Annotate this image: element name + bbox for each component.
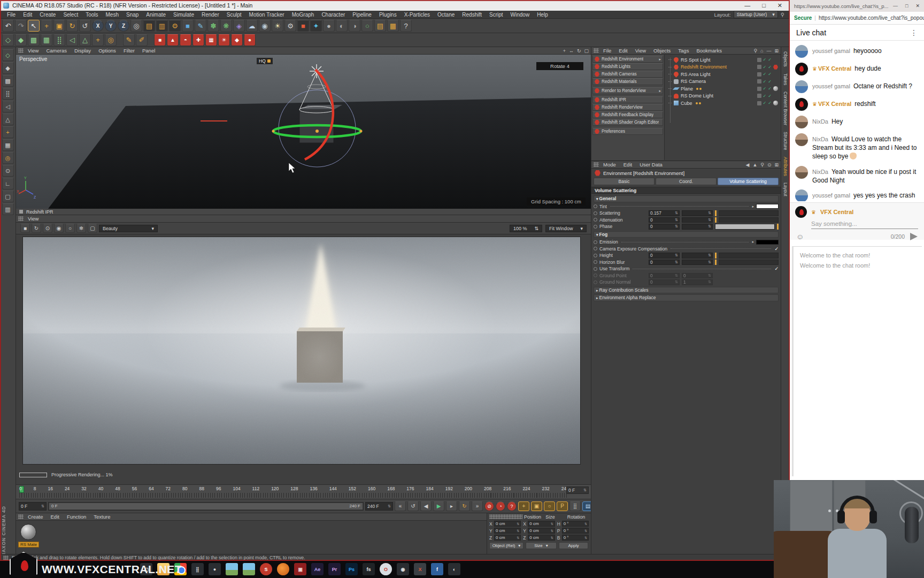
keyframe-dot[interactable] (594, 240, 597, 244)
attribute-row[interactable]: Scattering ▸ 0.157⇅ ⇅ ✓ (594, 210, 779, 217)
redshift-palette-item[interactable]: Redshift RenderView (592, 104, 663, 111)
value-field[interactable]: 0⇅ (649, 224, 680, 230)
value-field[interactable]: 0⇅ (649, 260, 680, 265)
menu-item[interactable]: Pipeline (349, 12, 375, 18)
keyframe-dot[interactable] (594, 211, 597, 215)
material-menu-item[interactable]: Create (25, 514, 47, 520)
render-settings-icon[interactable]: ⚙ (169, 20, 181, 32)
menu-item[interactable]: File (3, 12, 19, 18)
menu-item[interactable]: Sculpt (223, 12, 245, 18)
menu-item[interactable]: Create (36, 12, 59, 18)
object-edit-chip[interactable] (757, 58, 761, 62)
viewport-menu-item[interactable]: Filter (120, 48, 138, 54)
rs-sun-light-icon[interactable]: ☀ (218, 34, 230, 46)
sphere-app-icon[interactable]: ◐ (448, 563, 460, 575)
object-edit-chip[interactable] (757, 65, 761, 69)
message-author[interactable]: youssef gamal (812, 83, 850, 89)
stack-icon[interactable]: ▤ (374, 20, 386, 32)
object-render-check[interactable]: ✓ (768, 72, 772, 77)
goto-start-button[interactable]: « (395, 501, 406, 511)
RS Spot Light[interactable]: RS Spot Light ✓ ✓ (668, 56, 780, 64)
layout-dropdown[interactable]: Startup (User)▾ (734, 11, 778, 18)
toolbar-gap-2[interactable] (149, 34, 153, 46)
environment-object-icon[interactable]: ☁ (246, 20, 258, 32)
menu-item[interactable]: Edit (19, 12, 36, 18)
apply-button[interactable]: Apply (559, 542, 588, 549)
attribute-row[interactable]: Ground Normal ▸ 0⇅ 1⇅ ✓ (594, 279, 779, 286)
dock-tab[interactable]: Attributes (783, 154, 788, 179)
material-menu-item[interactable]: Texture (90, 514, 113, 520)
chat-address-bar[interactable]: Secure | https://www.youtube.com/live_ch… (790, 12, 924, 25)
enable-axis-icon[interactable]: + (92, 34, 104, 46)
redshift-palette-item[interactable]: Redshift Shader Graph Editor (592, 119, 663, 126)
message-author[interactable]: youssef gamal (812, 192, 850, 199)
slider-handle[interactable] (715, 253, 717, 258)
x-axis-lock-button[interactable]: X (92, 20, 104, 32)
viewport-toggle-icon[interactable]: ▢ (584, 48, 589, 54)
crop-icon[interactable]: ▢ (88, 224, 97, 233)
workplane-tool[interactable]: ▦ (2, 139, 14, 151)
value-field-2[interactable]: 1⇅ (682, 279, 713, 285)
chat-more-icon[interactable]: ⋮ (910, 28, 918, 37)
photoshop-icon[interactable]: Ps (345, 563, 358, 575)
viewport-menu-item[interactable]: Cameras (43, 48, 70, 54)
object-render-check[interactable]: ✓ (768, 57, 772, 62)
om-search-icon[interactable]: ⚲ (753, 48, 757, 54)
rs-spot-light-icon[interactable]: ▲ (167, 34, 179, 46)
snap-tool[interactable]: ◎ (2, 152, 14, 164)
sphere-icon-1[interactable]: ● (323, 20, 335, 32)
record-keyframe-button[interactable]: ⊘ (484, 501, 494, 511)
c4d-close-button[interactable]: ✕ (777, 2, 782, 9)
om-home-icon[interactable]: ⌂ (760, 48, 763, 54)
snapshot-icon[interactable]: ◉ (54, 224, 64, 233)
x-app-icon[interactable]: X (414, 563, 426, 575)
object-visibility-check[interactable]: ✓ (763, 101, 767, 105)
make-editable-tool[interactable]: ◇ (2, 49, 14, 61)
rs-ies-light-icon[interactable]: ✚ (192, 34, 204, 46)
attribute-tab[interactable]: Coord. (656, 178, 717, 185)
points-mode-icon[interactable]: ⣿ (53, 34, 65, 46)
o-app-icon[interactable]: O (380, 563, 392, 575)
object-visibility-check[interactable]: ✓ (763, 86, 767, 91)
color-swatch[interactable] (756, 204, 779, 209)
timeline-scrollbar[interactable]: 0 F 240 F (48, 502, 364, 511)
attribute-row[interactable]: Tint ▸ ⇅ ⇅ ✓ (594, 203, 779, 210)
c4d-maximize-button[interactable]: □ (762, 2, 766, 9)
Cube[interactable]: Cube ✓ ✓ (668, 100, 780, 107)
timeline-current-frame-field[interactable]: 0 F⇅ (566, 486, 589, 494)
rotation-field[interactable]: 0 °⇅ (562, 535, 589, 541)
position-field[interactable]: 0 cm⇅ (494, 535, 521, 541)
play-backwards-button[interactable]: ↺ (407, 501, 419, 511)
avatar[interactable] (795, 98, 808, 111)
menu-item[interactable]: Simulate (170, 12, 198, 18)
menu-item[interactable]: Animate (142, 12, 170, 18)
chat-minimize-button[interactable]: — (893, 3, 898, 9)
last-used-tool-icon[interactable]: ↺ (79, 20, 91, 32)
keyframe-dot[interactable] (594, 267, 597, 271)
object-edit-chip[interactable] (757, 87, 761, 91)
grid-app-icon[interactable]: ⣿ (191, 563, 204, 575)
coord-size-dropdown[interactable]: Size▾ (526, 542, 557, 549)
avatar[interactable] (795, 80, 808, 93)
own-avatar[interactable] (795, 206, 807, 218)
octane-icon[interactable]: ■ (297, 20, 309, 32)
ipr-view-menu[interactable]: View (25, 216, 42, 222)
size-field[interactable]: 0 cm⇅ (528, 535, 555, 541)
menu-item[interactable]: Help (533, 12, 552, 18)
undo-icon[interactable]: ↶ (2, 20, 14, 32)
keyframe-dot[interactable] (594, 204, 597, 208)
panel-grip[interactable] (489, 514, 522, 519)
redshift-palette-item[interactable]: Redshift Cameras (592, 71, 663, 78)
object-edit-chip[interactable] (757, 94, 761, 98)
keyframe-dot[interactable] (594, 225, 597, 229)
am-lock-icon[interactable]: ⊙ (767, 162, 772, 168)
object-edit-chip[interactable] (757, 79, 761, 83)
material-menu-item[interactable]: Edit (48, 514, 63, 520)
viewport-menu-item[interactable]: View (25, 48, 42, 54)
object-visibility-check[interactable]: ✓ (763, 65, 767, 70)
dock-tab[interactable]: Takes (783, 70, 788, 88)
attribute-row[interactable]: Emission ▸ ⇅ ⇅ ✓ (594, 239, 779, 246)
f-app-icon[interactable]: f (431, 563, 443, 575)
color-swatch[interactable] (756, 240, 779, 245)
dock-tab[interactable]: Layout (783, 179, 788, 200)
